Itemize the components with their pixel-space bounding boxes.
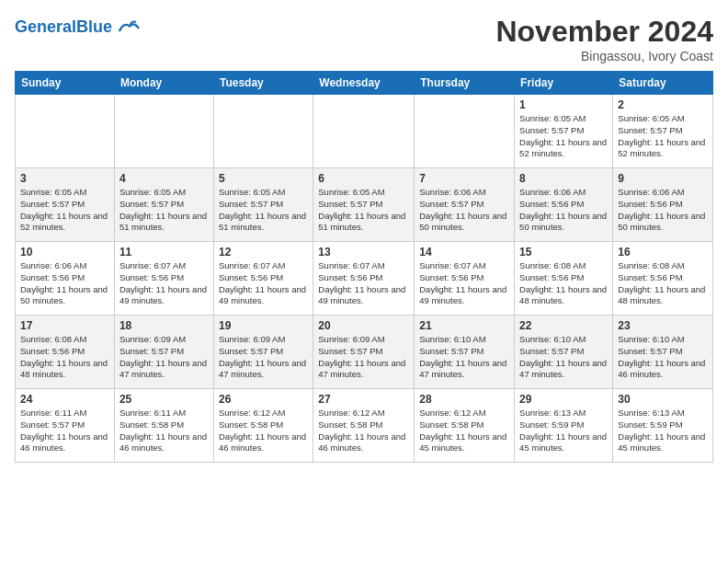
logo-blue: Blue xyxy=(76,17,112,36)
logo-icon xyxy=(114,15,140,40)
day-number: 8 xyxy=(519,172,608,185)
table-row xyxy=(114,95,213,168)
day-number: 16 xyxy=(618,246,708,259)
day-info: Sunrise: 6:07 AM Sunset: 5:56 PM Dayligh… xyxy=(318,260,409,307)
table-row: 23Sunrise: 6:10 AM Sunset: 5:57 PM Dayli… xyxy=(613,316,713,389)
day-number: 18 xyxy=(119,319,209,332)
day-info: Sunrise: 6:05 AM Sunset: 5:57 PM Dayligh… xyxy=(519,113,608,160)
day-info: Sunrise: 6:09 AM Sunset: 5:57 PM Dayligh… xyxy=(119,334,209,381)
day-number: 25 xyxy=(119,393,209,406)
day-number: 9 xyxy=(618,172,708,185)
table-row: 2Sunrise: 6:05 AM Sunset: 5:57 PM Daylig… xyxy=(613,95,713,168)
day-info: Sunrise: 6:10 AM Sunset: 5:57 PM Dayligh… xyxy=(618,334,708,381)
day-info: Sunrise: 6:05 AM Sunset: 5:57 PM Dayligh… xyxy=(20,187,109,234)
day-info: Sunrise: 6:05 AM Sunset: 5:57 PM Dayligh… xyxy=(318,187,409,234)
day-number: 13 xyxy=(318,246,409,259)
col-thursday: Thursday xyxy=(415,72,515,95)
day-info: Sunrise: 6:10 AM Sunset: 5:57 PM Dayligh… xyxy=(519,334,608,381)
table-row: 19Sunrise: 6:09 AM Sunset: 5:57 PM Dayli… xyxy=(213,316,313,389)
day-number: 29 xyxy=(519,393,608,406)
col-tuesday: Tuesday xyxy=(213,72,313,95)
day-number: 12 xyxy=(219,246,308,259)
day-info: Sunrise: 6:07 AM Sunset: 5:56 PM Dayligh… xyxy=(419,260,509,307)
table-row: 9Sunrise: 6:06 AM Sunset: 5:56 PM Daylig… xyxy=(613,168,713,242)
day-number: 28 xyxy=(419,393,509,406)
day-info: Sunrise: 6:08 AM Sunset: 5:56 PM Dayligh… xyxy=(618,260,708,307)
day-info: Sunrise: 6:05 AM Sunset: 5:57 PM Dayligh… xyxy=(618,113,708,160)
table-row: 28Sunrise: 6:12 AM Sunset: 5:58 PM Dayli… xyxy=(415,389,515,463)
day-info: Sunrise: 6:12 AM Sunset: 5:58 PM Dayligh… xyxy=(219,408,308,454)
day-info: Sunrise: 6:05 AM Sunset: 5:57 PM Dayligh… xyxy=(119,187,209,234)
table-row: 16Sunrise: 6:08 AM Sunset: 5:56 PM Dayli… xyxy=(613,242,713,316)
table-row: 6Sunrise: 6:05 AM Sunset: 5:57 PM Daylig… xyxy=(313,168,415,242)
table-row: 13Sunrise: 6:07 AM Sunset: 5:56 PM Dayli… xyxy=(313,242,415,316)
table-row xyxy=(16,95,115,168)
col-sunday: Sunday xyxy=(16,72,115,95)
day-info: Sunrise: 6:13 AM Sunset: 5:59 PM Dayligh… xyxy=(618,408,708,454)
day-number: 6 xyxy=(318,172,409,185)
logo-general: General xyxy=(15,17,76,36)
day-number: 4 xyxy=(119,172,209,185)
day-info: Sunrise: 6:07 AM Sunset: 5:56 PM Dayligh… xyxy=(219,260,308,307)
month-title: November 2024 xyxy=(495,15,713,49)
day-number: 22 xyxy=(519,319,608,332)
col-saturday: Saturday xyxy=(613,72,713,95)
table-row: 27Sunrise: 6:12 AM Sunset: 5:58 PM Dayli… xyxy=(313,389,415,463)
day-info: Sunrise: 6:09 AM Sunset: 5:57 PM Dayligh… xyxy=(219,334,308,381)
logo: GeneralBlue xyxy=(15,15,140,40)
day-number: 14 xyxy=(419,246,509,259)
calendar-week-row: 10Sunrise: 6:06 AM Sunset: 5:56 PM Dayli… xyxy=(16,242,713,316)
calendar-week-row: 24Sunrise: 6:11 AM Sunset: 5:57 PM Dayli… xyxy=(16,389,713,463)
table-row: 12Sunrise: 6:07 AM Sunset: 5:56 PM Dayli… xyxy=(213,242,313,316)
table-row: 30Sunrise: 6:13 AM Sunset: 5:59 PM Dayli… xyxy=(613,389,713,463)
day-number: 30 xyxy=(618,393,708,406)
day-info: Sunrise: 6:08 AM Sunset: 5:56 PM Dayligh… xyxy=(519,260,608,307)
location: Bingassou, Ivory Coast xyxy=(495,49,713,63)
day-info: Sunrise: 6:10 AM Sunset: 5:57 PM Dayligh… xyxy=(419,334,509,381)
day-info: Sunrise: 6:13 AM Sunset: 5:59 PM Dayligh… xyxy=(519,408,608,454)
table-row: 4Sunrise: 6:05 AM Sunset: 5:57 PM Daylig… xyxy=(114,168,213,242)
day-number: 5 xyxy=(219,172,308,185)
table-row: 3Sunrise: 6:05 AM Sunset: 5:57 PM Daylig… xyxy=(16,168,115,242)
day-number: 19 xyxy=(219,319,308,332)
calendar-header-row: Sunday Monday Tuesday Wednesday Thursday… xyxy=(16,72,713,95)
day-number: 3 xyxy=(20,172,109,185)
col-wednesday: Wednesday xyxy=(313,72,415,95)
table-row: 20Sunrise: 6:09 AM Sunset: 5:57 PM Dayli… xyxy=(313,316,415,389)
day-info: Sunrise: 6:09 AM Sunset: 5:57 PM Dayligh… xyxy=(318,334,409,381)
table-row: 5Sunrise: 6:05 AM Sunset: 5:57 PM Daylig… xyxy=(213,168,313,242)
title-block: November 2024 Bingassou, Ivory Coast xyxy=(495,15,713,63)
day-number: 23 xyxy=(618,319,708,332)
day-info: Sunrise: 6:12 AM Sunset: 5:58 PM Dayligh… xyxy=(318,408,409,454)
day-info: Sunrise: 6:06 AM Sunset: 5:56 PM Dayligh… xyxy=(20,260,109,307)
day-number: 24 xyxy=(20,393,109,406)
day-number: 26 xyxy=(219,393,308,406)
table-row: 7Sunrise: 6:06 AM Sunset: 5:57 PM Daylig… xyxy=(415,168,515,242)
col-friday: Friday xyxy=(515,72,613,95)
day-info: Sunrise: 6:08 AM Sunset: 5:56 PM Dayligh… xyxy=(20,334,109,381)
day-number: 11 xyxy=(119,246,209,259)
day-number: 15 xyxy=(519,246,608,259)
table-row: 14Sunrise: 6:07 AM Sunset: 5:56 PM Dayli… xyxy=(415,242,515,316)
day-info: Sunrise: 6:11 AM Sunset: 5:57 PM Dayligh… xyxy=(20,408,109,454)
day-info: Sunrise: 6:06 AM Sunset: 5:57 PM Dayligh… xyxy=(419,187,509,234)
day-info: Sunrise: 6:12 AM Sunset: 5:58 PM Dayligh… xyxy=(419,408,509,454)
day-number: 20 xyxy=(318,319,409,332)
table-row: 26Sunrise: 6:12 AM Sunset: 5:58 PM Dayli… xyxy=(213,389,313,463)
table-row: 22Sunrise: 6:10 AM Sunset: 5:57 PM Dayli… xyxy=(515,316,613,389)
col-monday: Monday xyxy=(114,72,213,95)
table-row: 25Sunrise: 6:11 AM Sunset: 5:58 PM Dayli… xyxy=(114,389,213,463)
calendar-week-row: 3Sunrise: 6:05 AM Sunset: 5:57 PM Daylig… xyxy=(16,168,713,242)
table-row xyxy=(213,95,313,168)
calendar-week-row: 17Sunrise: 6:08 AM Sunset: 5:56 PM Dayli… xyxy=(16,316,713,389)
day-info: Sunrise: 6:05 AM Sunset: 5:57 PM Dayligh… xyxy=(219,187,308,234)
table-row: 8Sunrise: 6:06 AM Sunset: 5:56 PM Daylig… xyxy=(515,168,613,242)
day-info: Sunrise: 6:06 AM Sunset: 5:56 PM Dayligh… xyxy=(618,187,708,234)
table-row: 11Sunrise: 6:07 AM Sunset: 5:56 PM Dayli… xyxy=(114,242,213,316)
calendar-week-row: 1Sunrise: 6:05 AM Sunset: 5:57 PM Daylig… xyxy=(16,95,713,168)
page: GeneralBlue November 2024 Bingassou, Ivo… xyxy=(0,0,728,472)
table-row: 15Sunrise: 6:08 AM Sunset: 5:56 PM Dayli… xyxy=(515,242,613,316)
day-number: 1 xyxy=(519,98,608,111)
table-row xyxy=(415,95,515,168)
day-number: 21 xyxy=(419,319,509,332)
